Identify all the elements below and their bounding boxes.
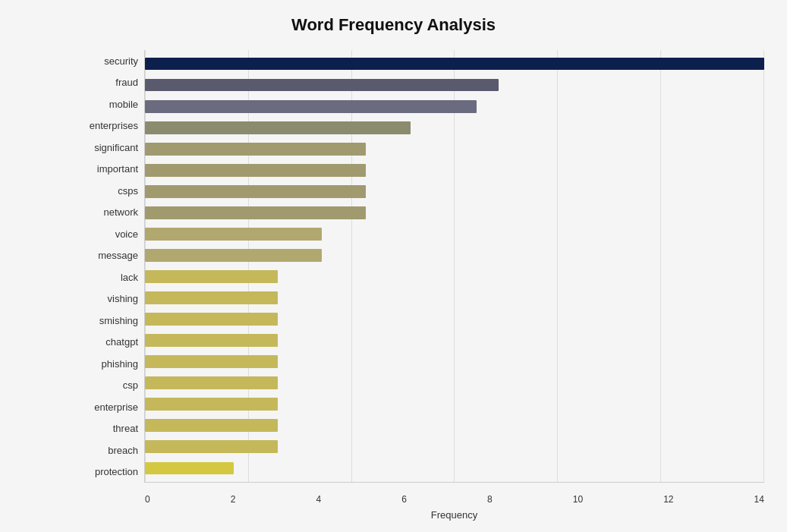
bar-enterprises: [145, 121, 411, 134]
bar-row-protection: [145, 458, 764, 479]
chart-area: securityfraudmobileenterprisessignifican…: [76, 50, 764, 483]
x-tick-6: 6: [401, 494, 407, 505]
bar-row-enterprise: [145, 394, 764, 415]
x-tick-4: 4: [316, 494, 322, 505]
bar-chatgpt: [145, 334, 278, 347]
y-label-significant: significant: [76, 143, 138, 153]
bar-row-important: [145, 159, 764, 181]
bar-network: [145, 206, 366, 219]
x-tick-8: 8: [487, 494, 493, 505]
y-label-security: security: [76, 56, 138, 66]
y-label-vishing: vishing: [76, 294, 138, 304]
y-label-csp: csp: [76, 380, 138, 390]
bars-wrapper: [145, 50, 764, 482]
y-label-voice: voice: [76, 229, 138, 239]
x-tick-12: 12: [663, 494, 673, 505]
y-axis-labels: securityfraudmobileenterprisessignifican…: [76, 50, 144, 483]
bar-enterprise: [145, 398, 278, 411]
y-label-message: message: [76, 250, 138, 260]
y-label-phishing: phishing: [76, 359, 138, 369]
y-label-enterprise: enterprise: [76, 402, 138, 412]
bar-security: [145, 58, 764, 71]
bar-vishing: [145, 291, 278, 304]
chart-container: Word Frequency Analysis securityfraudmob…: [0, 0, 787, 532]
bar-voice: [145, 228, 322, 241]
bar-row-csps: [145, 181, 764, 202]
bar-row-chatgpt: [145, 330, 764, 351]
x-tick-0: 0: [145, 494, 150, 505]
bar-important: [145, 164, 366, 177]
bars-and-grid: 02468101214: [144, 50, 764, 483]
bar-row-lack: [145, 266, 764, 287]
bar-row-vishing: [145, 288, 764, 309]
bar-lack: [145, 270, 278, 283]
y-label-breach: breach: [76, 445, 138, 455]
y-label-mobile: mobile: [76, 99, 138, 109]
bar-row-phishing: [145, 351, 764, 373]
bar-csp: [145, 376, 278, 389]
y-label-lack: lack: [76, 272, 138, 282]
bar-phishing: [145, 355, 278, 368]
bar-row-mobile: [145, 96, 764, 117]
y-label-csps: csps: [76, 186, 138, 196]
x-tick-14: 14: [754, 494, 764, 505]
y-label-threat: threat: [76, 423, 138, 433]
bar-row-csp: [145, 373, 764, 394]
y-label-protection: protection: [76, 467, 138, 477]
y-label-network: network: [76, 207, 138, 217]
chart-title: Word Frequency Analysis: [23, 15, 764, 35]
x-axis-labels: 02468101214: [145, 494, 764, 505]
bar-row-smishing: [145, 309, 764, 330]
x-tick-10: 10: [573, 494, 583, 505]
x-axis-title: Frequency: [144, 509, 764, 521]
x-tick-2: 2: [231, 494, 236, 505]
bar-csps: [145, 185, 366, 198]
bar-significant: [145, 143, 366, 156]
bar-row-message: [145, 244, 764, 266]
y-label-enterprises: enterprises: [76, 121, 138, 131]
y-label-chatgpt: chatgpt: [76, 337, 138, 347]
y-label-fraud: fraud: [76, 77, 138, 87]
bar-row-voice: [145, 223, 764, 244]
bar-row-security: [145, 53, 764, 74]
bar-row-breach: [145, 436, 764, 458]
bar-mobile: [145, 100, 477, 113]
bar-row-significant: [145, 138, 764, 159]
bar-threat: [145, 419, 278, 432]
bar-row-enterprises: [145, 117, 764, 138]
y-label-important: important: [76, 164, 138, 174]
bar-message: [145, 249, 322, 262]
bar-row-fraud: [145, 74, 764, 96]
bar-protection: [145, 462, 234, 475]
bar-row-network: [145, 202, 764, 223]
bar-breach: [145, 440, 278, 453]
bar-smishing: [145, 313, 278, 326]
y-label-smishing: smishing: [76, 316, 138, 326]
bar-fraud: [145, 79, 499, 92]
bar-row-threat: [145, 415, 764, 436]
